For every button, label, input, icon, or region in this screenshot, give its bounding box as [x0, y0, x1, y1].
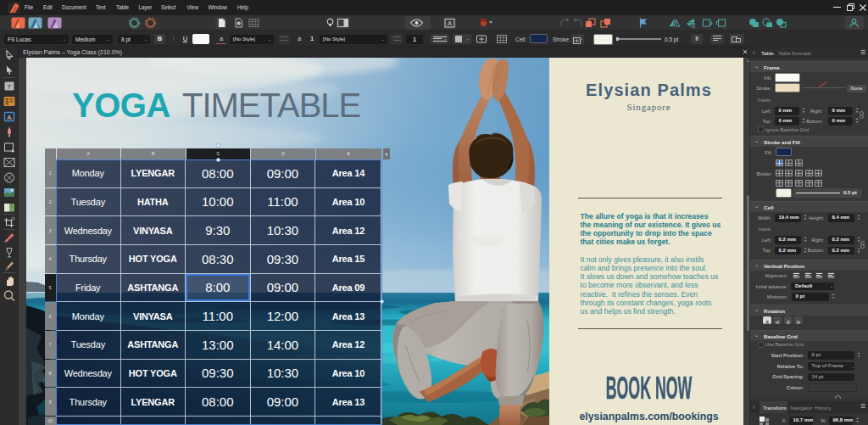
svg-text:A: A — [7, 114, 12, 121]
svg-text:T: T — [8, 83, 12, 91]
svg-text:A: A — [448, 20, 452, 27]
